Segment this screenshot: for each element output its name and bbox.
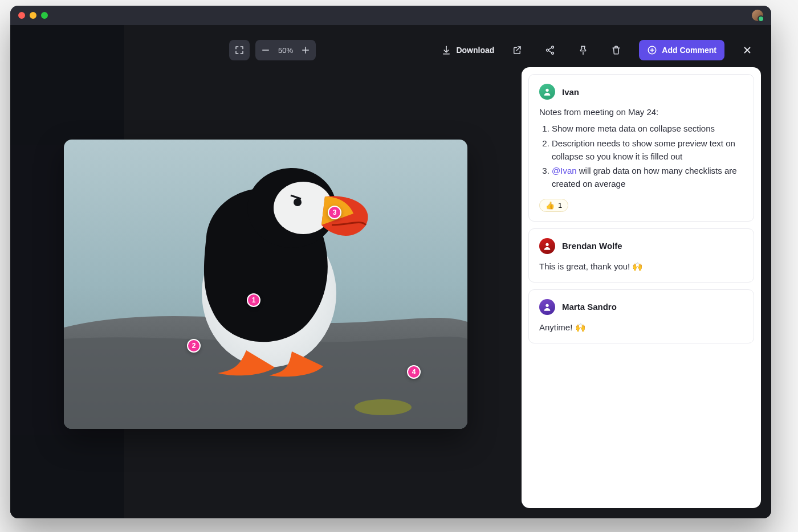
list-item: @Ivan will grab data on how many checkli… <box>552 164 743 191</box>
reaction-count: 1 <box>558 201 562 210</box>
external-link-icon <box>512 45 522 55</box>
svg-point-19 <box>545 89 548 92</box>
list-item: Description needs to show some preview t… <box>552 137 743 163</box>
window-close-button[interactable] <box>18 12 25 19</box>
viewer-toolbar: 50% Download <box>10 33 771 67</box>
comment-intro: Notes from meeting on May 24: <box>539 105 743 118</box>
trash-icon <box>611 45 621 55</box>
image-preview[interactable]: 1234 <box>64 140 467 429</box>
share-icon <box>545 45 555 55</box>
comment-body: Notes from meeting on May 24: Show more … <box>539 105 743 191</box>
download-icon <box>441 45 451 55</box>
preview-image <box>64 140 467 429</box>
comment-author: Marta Sandro <box>562 302 617 312</box>
zoom-in-button[interactable] <box>298 42 314 58</box>
minus-icon <box>260 45 271 55</box>
comments-panel: Ivan Notes from meeting on May 24: Show … <box>522 67 761 508</box>
zoom-level-label: 50% <box>274 46 298 55</box>
window-maximize-button[interactable] <box>41 12 48 19</box>
avatar <box>539 238 555 254</box>
comment-card[interactable]: Brendan Wolfe This is great, thank you! … <box>528 228 754 283</box>
close-icon <box>742 45 752 55</box>
download-label: Download <box>456 46 494 55</box>
list-item: Show more meta data on collapse sections <box>552 122 743 135</box>
window-minimize-button[interactable] <box>30 12 36 19</box>
svg-line-7 <box>548 51 552 52</box>
share-button[interactable] <box>540 40 560 60</box>
delete-button[interactable] <box>606 40 626 60</box>
comment-list: Show more meta data on collapse sections… <box>539 122 743 190</box>
zoom-controls: 50% <box>255 40 316 60</box>
mention[interactable]: @Ivan <box>552 166 577 175</box>
open-external-button[interactable] <box>507 40 527 60</box>
plus-icon <box>300 45 311 55</box>
annotation-pin[interactable]: 4 <box>407 365 421 379</box>
person-icon <box>543 302 552 312</box>
comment-card[interactable]: Ivan Notes from meeting on May 24: Show … <box>528 74 754 222</box>
svg-point-20 <box>545 243 548 245</box>
annotation-pin[interactable]: 3 <box>328 206 341 219</box>
add-comment-button[interactable]: Add Comment <box>639 40 724 60</box>
avatar <box>539 299 555 315</box>
svg-line-6 <box>548 48 552 50</box>
expand-icon <box>234 45 245 55</box>
comment-body: This is great, thank you! 🙌 <box>539 260 743 273</box>
fullscreen-button[interactable] <box>229 40 250 60</box>
comment-add-icon <box>647 45 657 55</box>
traffic-lights <box>18 12 48 19</box>
titlebar <box>10 6 771 25</box>
pin-icon <box>578 45 588 55</box>
close-viewer-button[interactable] <box>737 40 758 60</box>
zoom-out-button[interactable] <box>258 42 274 58</box>
app-window: 50% Download <box>10 6 771 518</box>
avatar <box>539 84 555 100</box>
download-button[interactable]: Download <box>441 45 494 55</box>
comment-body: Anytime! 🙌 <box>539 321 743 334</box>
reaction-chip[interactable]: 👍 1 <box>539 199 568 212</box>
pin-button[interactable] <box>573 40 593 60</box>
person-icon <box>543 242 552 251</box>
comment-card[interactable]: Marta Sandro Anytime! 🙌 <box>528 289 754 343</box>
annotation-pin[interactable]: 1 <box>247 293 260 307</box>
svg-point-14 <box>355 399 412 415</box>
person-icon <box>543 87 552 96</box>
comment-author: Ivan <box>562 87 579 97</box>
add-comment-label: Add Comment <box>662 46 716 55</box>
current-user-avatar[interactable] <box>752 10 763 21</box>
comment-author: Brendan Wolfe <box>562 241 622 251</box>
reaction-emoji: 👍 <box>545 201 555 210</box>
svg-point-21 <box>545 304 548 306</box>
annotation-pin[interactable]: 2 <box>187 339 201 353</box>
